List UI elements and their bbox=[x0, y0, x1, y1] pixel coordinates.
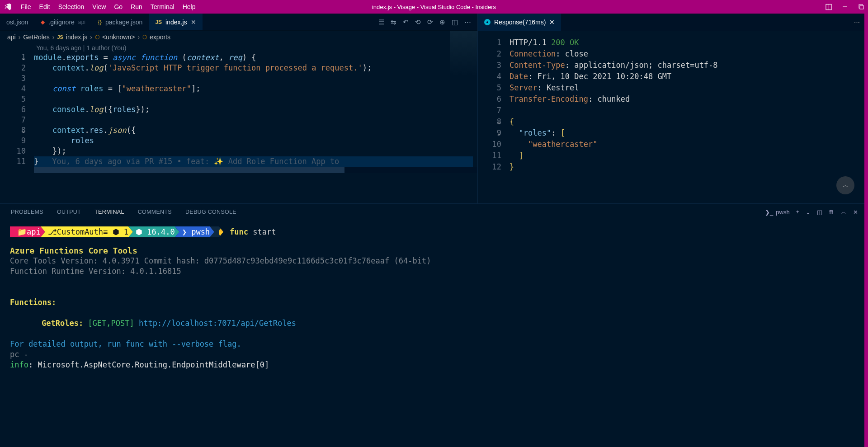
split-editor-icon[interactable]: ◫ bbox=[452, 18, 458, 26]
terminal-function-name: GetRoles: bbox=[42, 319, 83, 328]
vscode-logo-icon bbox=[4, 3, 12, 11]
symbol-icon: ⬡ bbox=[95, 34, 99, 40]
terminal-output: For detailed output, run func with --ver… bbox=[10, 339, 858, 349]
prompt-segment-shell: ❯ pwsh bbox=[175, 226, 214, 237]
tab-ost-json[interactable]: ost.json bbox=[0, 14, 34, 30]
terminal-dropdown-icon[interactable]: ⌄ bbox=[806, 209, 811, 216]
terminal-shell-selector[interactable]: ❯_ pwsh bbox=[765, 209, 790, 216]
terminal-output: Azure Functions Core Tools bbox=[10, 245, 858, 256]
prompt-segment-folder: 📁 api bbox=[10, 226, 45, 237]
prompt-segment-node: ⬢ 16.4.0 bbox=[128, 226, 179, 237]
prompt-segment-branch: ⎇ CustomAuth ≡ ⬢ 1 bbox=[41, 226, 133, 237]
split-terminal-icon[interactable]: ◫ bbox=[817, 209, 822, 216]
panel-tab-debug-console[interactable]: DEBUG CONSOLE bbox=[184, 205, 237, 219]
terminal-command: func bbox=[230, 227, 248, 236]
tab--gitignore[interactable]: ◆.gitignoreapi bbox=[34, 14, 92, 30]
maximize-panel-icon[interactable]: ︿ bbox=[841, 208, 847, 216]
git-icon: ◆ bbox=[41, 19, 45, 25]
breadcrumb-symbol[interactable]: exports bbox=[150, 33, 170, 41]
close-icon[interactable]: ✕ bbox=[191, 19, 196, 26]
scroll-to-top-button[interactable]: ︿ bbox=[836, 176, 854, 194]
undo-icon[interactable]: ⟲ bbox=[415, 18, 421, 26]
breadcrumb-part[interactable]: GetRoles bbox=[23, 33, 49, 41]
json-icon: {} bbox=[98, 19, 102, 25]
panel-tab-comments[interactable]: COMMENTS bbox=[137, 205, 173, 219]
js-icon: JS bbox=[155, 19, 162, 25]
terminal-function-url: http://localhost:7071/api/GetRoles bbox=[139, 319, 296, 328]
menu-bar: FileEditSelectionViewGoRunTerminalHelp bbox=[17, 1, 199, 12]
more-actions-icon[interactable]: ⋯ bbox=[464, 18, 471, 26]
menu-run[interactable]: Run bbox=[127, 1, 146, 12]
terminal-function-methods: [GET,POST] bbox=[88, 319, 134, 328]
menu-view[interactable]: View bbox=[89, 1, 109, 12]
menu-file[interactable]: File bbox=[17, 1, 35, 12]
terminal-output: : Microsoft.AspNetCore.Routing.EndpointM… bbox=[28, 360, 269, 369]
menu-terminal[interactable]: Terminal bbox=[147, 1, 178, 12]
response-pane: ● Response(716ms) ✕ ⋯ 12345678⌄9⌄101112 … bbox=[477, 14, 868, 203]
breadcrumb-part[interactable]: api bbox=[7, 33, 16, 41]
editor-tabs: ost.json◆.gitignoreapi{}package.jsonJSin… bbox=[0, 14, 477, 31]
terminal-output: Functions: bbox=[10, 297, 858, 308]
editor-actions: ☰ ⇆ ↶ ⟲ ⟳ ⊕ ◫ ⋯ bbox=[372, 14, 477, 30]
response-tab[interactable]: ● Response(716ms) ✕ bbox=[478, 14, 561, 31]
menu-edit[interactable]: Edit bbox=[36, 1, 54, 12]
menu-selection[interactable]: Selection bbox=[55, 1, 88, 12]
panel-tabs: PROBLEMSOUTPUTTERMINALCOMMENTSDEBUG CONS… bbox=[0, 204, 868, 220]
editor-pane: ost.json◆.gitignoreapi{}package.jsonJSin… bbox=[0, 14, 477, 203]
panel-tab-output[interactable]: OUTPUT bbox=[56, 205, 82, 219]
terminal-icon: ❯_ bbox=[765, 209, 773, 216]
git-blame-annotation: You, 6 days ago via PR #15 • feat: ✨ Add… bbox=[38, 157, 344, 166]
kill-terminal-icon[interactable]: 🗑 bbox=[829, 209, 835, 215]
terminal-output: Core Tools Version: 4.0.3971 Commit hash… bbox=[10, 256, 858, 266]
terminal[interactable]: 📁 api ⎇ CustomAuth ≡ ⬢ 1 ⬢ 16.4.0 ❯ pwsh… bbox=[0, 220, 868, 376]
horizontal-scrollbar[interactable] bbox=[34, 167, 477, 173]
menu-help[interactable]: Help bbox=[179, 1, 199, 12]
minimap[interactable] bbox=[450, 31, 477, 76]
response-body[interactable]: 12345678⌄9⌄101112 HTTP/1.1 200 OKConnect… bbox=[478, 31, 868, 173]
code-lens[interactable]: You, 6 days ago | 1 author (You) bbox=[0, 43, 477, 52]
minimize-icon[interactable] bbox=[842, 4, 848, 10]
svg-rect-4 bbox=[860, 5, 863, 9]
symbol-icon: ⬡ bbox=[142, 34, 147, 40]
panel-tab-problems[interactable]: PROBLEMS bbox=[10, 205, 44, 219]
titlebar: FileEditSelectionViewGoRunTerminalHelp i… bbox=[0, 0, 868, 14]
breadcrumb-toggle-icon[interactable]: ☰ bbox=[378, 18, 384, 26]
tab-index-js[interactable]: JSindex.js✕ bbox=[149, 14, 202, 30]
maximize-icon[interactable] bbox=[858, 4, 864, 10]
breadcrumb-file[interactable]: index.js bbox=[66, 33, 87, 41]
window-title: index.js - Visage - Visual Studio Code -… bbox=[372, 4, 496, 10]
terminal-prompt: 📁 api ⎇ CustomAuth ≡ ⬢ 1 ⬢ 16.4.0 ❯ pwsh… bbox=[10, 226, 858, 237]
breadcrumb[interactable]: api› GetRoles› JS index.js› ⬡ <unknown>›… bbox=[0, 31, 477, 43]
tab-package-json[interactable]: {}package.json bbox=[92, 14, 149, 30]
code-editor[interactable]: 1⌄2345678⌄91011 module.exports = async f… bbox=[0, 52, 477, 167]
terminal-output: info bbox=[10, 360, 28, 369]
response-tab-label: Response(716ms) bbox=[494, 19, 546, 26]
new-terminal-icon[interactable]: + bbox=[796, 209, 799, 215]
run-icon[interactable]: ⊕ bbox=[439, 18, 445, 26]
response-status-icon: ● bbox=[484, 19, 491, 25]
redo-icon[interactable]: ⟳ bbox=[427, 18, 433, 26]
close-icon[interactable]: ✕ bbox=[549, 19, 555, 26]
close-panel-icon[interactable]: ✕ bbox=[853, 209, 858, 216]
git-compare-icon[interactable]: ⇆ bbox=[391, 18, 396, 26]
menu-go[interactable]: Go bbox=[110, 1, 126, 12]
right-accent-strip bbox=[864, 14, 868, 447]
panel-layout-icon[interactable] bbox=[826, 4, 832, 10]
panel-tab-terminal[interactable]: TERMINAL bbox=[94, 205, 125, 219]
step-back-icon[interactable]: ↶ bbox=[403, 18, 409, 26]
breadcrumb-symbol[interactable]: <unknown> bbox=[102, 33, 135, 41]
terminal-command-arg: start bbox=[253, 227, 276, 236]
terminal-output: pc - bbox=[10, 349, 858, 360]
terminal-output: Function Runtime Version: 4.0.1.16815 bbox=[10, 266, 858, 277]
bottom-panel: PROBLEMSOUTPUTTERMINALCOMMENTSDEBUG CONS… bbox=[0, 203, 868, 447]
